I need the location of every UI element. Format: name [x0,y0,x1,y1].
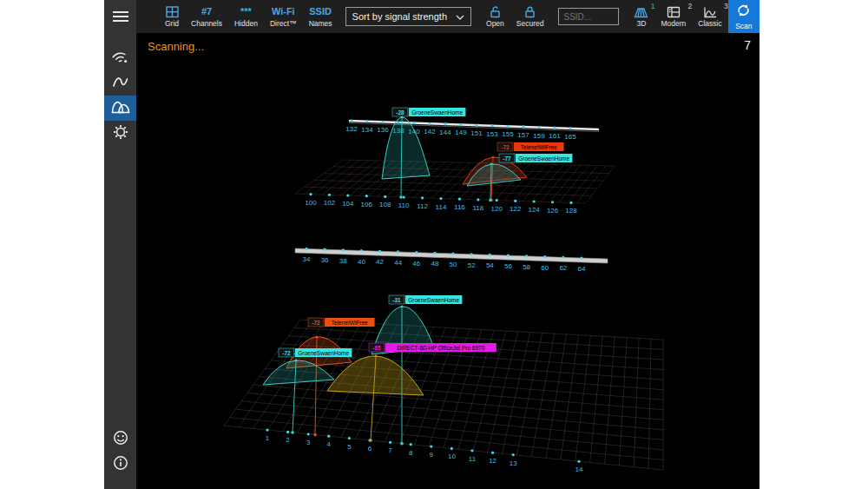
sidebar-item-settings[interactable] [104,121,136,146]
channel-dot [346,194,349,196]
channel-dot [324,248,326,251]
channel-tick-label: 108 [379,201,391,208]
view-3d-icon [634,5,648,18]
sidebar-item-networks[interactable] [104,45,136,70]
channel-dot [328,194,331,196]
filter-open[interactable]: Open [480,0,510,33]
network-ssid: GroeneSwaenHome [411,109,463,116]
channel-tick-label: 118 [472,204,483,212]
sort-dropdown[interactable]: Sort by signal strength [345,7,471,26]
channel-tick-label: 14 [575,466,583,473]
channel-tick-label: 124 [528,206,540,214]
network-ssid: GroeneSwaenHome [518,155,569,162]
channel-tick-label: 104 [342,200,354,208]
sidebar-item-3d-analyzer[interactable] [104,96,136,121]
toggle-ssid-names[interactable]: SSID Names [303,0,339,33]
toggle-grid[interactable]: Grid [159,0,185,33]
channel-tick-label: 136 [377,126,389,134]
channel-tick-label: 8 [409,449,413,457]
channel-dot [562,256,564,259]
sidebar [104,0,136,489]
ssid-filter-input[interactable] [558,8,619,25]
network-label[interactable]: -77GroeneSwaenHome [499,154,572,162]
network-label[interactable]: -72TelenetWiFree [497,142,564,151]
channel-tick-label: 58 [523,263,530,271]
view-3d[interactable]: 1 3D [628,0,654,33]
channel-tick-label: 42 [376,258,384,266]
toggle-wifi-direct[interactable]: Wi-Fi Direct™ [264,0,303,33]
sidebar-item-about[interactable] [104,452,136,477]
hamburger-menu-button[interactable] [104,0,136,33]
channel-dot [470,253,473,255]
channel-dot [450,447,453,450]
spectrum-3d-chart[interactable]: 1321341361381401421441491511531551571591… [136,33,760,489]
view-classic-icon [703,5,717,18]
channel-tick-label: 7 [388,446,392,454]
scan-button-label: Scan [735,22,752,30]
channel-stem-dot [400,442,404,446]
channel-tick-label: 60 [541,264,549,272]
channel-axis: 1234567891011121314 [266,428,583,473]
toolbar: Grid #7 Channels *** Hidden Wi-Fi Direct… [136,0,760,33]
network-label[interactable]: -28GroeneSwaenHome [392,108,465,116]
toggle-hidden-label: Hidden [234,19,258,28]
channel-tick-label: 128 [565,207,577,215]
channel-tick-label: 12 [489,457,496,465]
network-signal-value: -72 [312,320,320,326]
channel-tick-label: 134 [361,126,373,134]
perspective-grid [295,160,615,203]
chevron-down-icon [456,11,464,22]
sidebar-item-analyzer[interactable] [104,70,136,96]
network-signal-value: -28 [396,109,404,116]
channel-dot [551,201,554,203]
channel-dot [428,122,431,125]
view-modern[interactable]: 2 Modern [654,0,692,33]
network-label[interactable]: -65DIRECT-6D-HP OfficeJet Pro 6970 [369,343,496,352]
view-classic[interactable]: 3 Classic [692,0,727,33]
channel-tick-label: 153 [486,130,498,138]
view-modern-icon [667,5,681,18]
perspective-grid [224,320,663,470]
filter-secured[interactable]: Secured [510,0,550,33]
channel-dot [577,460,580,463]
channel-tick-label: 11 [469,455,477,463]
toggle-ssid-names-label: Names [309,19,332,28]
scan-button[interactable]: Scan [728,0,760,33]
view-3d-label: 3D [637,19,647,28]
network-signal-value: -65 [372,345,381,351]
channel-tick-label: 114 [436,203,447,211]
channel-dot [305,248,307,250]
filter-secured-label: Secured [516,19,544,28]
ssid-icon-text: SSID [309,5,332,18]
channel-dot [307,433,310,435]
dome-peak-dot [315,335,318,338]
channel-dot [569,202,572,204]
channel-tick-label: 36 [321,256,329,264]
toggle-channels[interactable]: #7 Channels [185,0,228,33]
channel-dot [415,251,418,254]
wifi-icon [111,49,129,68]
toggle-hidden[interactable]: *** Hidden [228,0,264,33]
sidebar-item-feedback[interactable] [104,426,136,452]
view-classic-shortcut-badge: 3 [724,2,728,10]
dome-peak-dot [294,359,297,361]
channel-tick-label: 112 [417,202,428,210]
channel-dot [489,254,491,256]
network-ssid: GroeneSwaenHome [298,350,349,356]
channel-dot [389,441,391,444]
channel-dot [421,196,424,199]
filter-open-label: Open [486,19,504,28]
scanning-status: Scanning... [148,40,204,53]
network-label[interactable]: -72GroeneSwaenHome [279,348,352,357]
network-label[interactable]: -31GroeneSwaenHome [389,295,462,304]
channel-dot [350,120,352,122]
sync-icon [736,3,751,21]
dome-peak-dot [490,162,492,165]
channel-dot [491,452,494,454]
network-ssid: TelenetWiFree [332,320,368,326]
network-label[interactable]: -72TelenetWiFree [308,318,375,327]
channel-axis: 1001021041061081101121141161181201221241… [305,193,577,215]
signal-dome[interactable] [382,117,430,179]
view-classic-label: Classic [698,19,721,28]
info-icon [113,455,128,474]
